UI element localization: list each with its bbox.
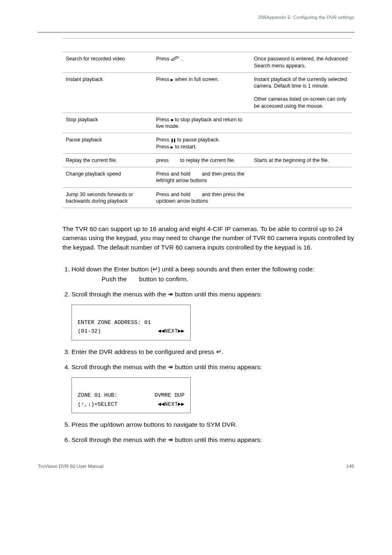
step-item: Scroll through the menus with the ↠ butt… (71, 289, 354, 340)
text: Scroll through the menus with the (71, 363, 168, 370)
footer: TruVision DVR 60 User Manual 145 (38, 464, 354, 469)
text: Push the (71, 275, 129, 282)
cell-task: Jump 30 seconds forwards or backwards du… (62, 187, 153, 208)
text: Hold down the Enter button ( (71, 266, 152, 273)
cell (62, 39, 153, 52)
cell-action: Press . (153, 52, 251, 73)
cell-task: Replay the current file. (62, 153, 153, 167)
table-row: Stop playback Press ■ to stop playback a… (62, 113, 352, 133)
lcd-line: (01-32)◀◀NEXT▶▶ (78, 327, 184, 336)
text: when in full screen. (173, 76, 219, 82)
playback-table: Search for recorded video Press . Once p… (62, 38, 352, 208)
cell-note (251, 167, 352, 188)
lcd-line: (↑,↓)=SELECT◀◀NEXT▶▶ (78, 400, 184, 409)
table-row (62, 39, 352, 52)
text: . (221, 348, 223, 355)
body-paragraph: The TVR 60 can support up to 16 analog a… (62, 224, 354, 252)
cell-task: Change playback speed (62, 167, 153, 188)
footer-page-number: 145 (346, 464, 354, 469)
cell-note: Once password is entered, the Advanced S… (251, 52, 352, 73)
lcd-line: ZONE 01 HUB:DVMRE DUP (78, 391, 184, 400)
enter-icon: ↵ (216, 348, 221, 355)
cell-task: Pause playback (62, 133, 153, 154)
cell-note: Starts at the beginning of the file. (251, 153, 352, 167)
table-row: Change playback speed Press and hold and… (62, 167, 352, 188)
step-item: Hold down the Enter button (↵) until a b… (71, 264, 354, 284)
cell (153, 39, 251, 52)
text: Press (156, 137, 171, 143)
cell-action: Press ▶ when in full screen. (153, 72, 251, 113)
cell-action: Press and hold and then press the up/dow… (153, 187, 251, 208)
next-icon: ↠ (168, 363, 173, 370)
text: Enter the DVR address to be configured a… (71, 348, 216, 355)
cell-action: press to replay the current file. (153, 153, 251, 167)
cell (251, 39, 352, 52)
text: press (156, 157, 170, 163)
text: Scroll through the menus with the (71, 291, 168, 298)
divider-top (38, 32, 354, 32)
text: button until this menu appears: (173, 291, 262, 298)
pause-icon: ❚❚ (171, 138, 175, 142)
table-row: Jump 30 seconds forwards or backwards du… (62, 187, 352, 208)
cell-note (251, 113, 352, 133)
table-row: Replay the current file. press to replay… (62, 153, 352, 167)
table-row: Pause playback Press ❚❚ to pause playbac… (62, 133, 352, 154)
text: button until this menu appears: (173, 363, 262, 370)
enter-icon: ↵ (152, 266, 158, 273)
cell-note (251, 187, 352, 208)
text: (↑,↓)=SELECT (78, 400, 118, 409)
lcd-display: ZONE 01 HUB:DVMRE DUP(↑,↓)=SELECT◀◀NEXT▶… (71, 377, 191, 413)
text: button until this menu appears: (173, 436, 262, 443)
header-right: 20BAppendix E: Configuring the DVR setti… (38, 15, 354, 20)
steps-list: Hold down the Enter button (↵) until a b… (62, 264, 354, 444)
cell-action: Press ■ to stop playback and return to l… (153, 113, 251, 133)
table-row: Search for recorded video Press . Once p… (62, 52, 352, 73)
text: Scroll through the menus with the (71, 436, 168, 443)
lcd-display: ENTER ZONE ADDRESS: 01(01-32)◀◀NEXT▶▶ (71, 305, 191, 340)
text: Press (156, 76, 171, 82)
cell-action: Press and hold and then press the left/r… (153, 167, 251, 188)
svg-line-1 (172, 57, 177, 60)
next-icon: ↠ (168, 291, 173, 298)
cell-action: Press ❚❚ to pause playback. Press ▶ to r… (153, 133, 251, 154)
text: . (181, 56, 182, 62)
cell-note: Instant playback of the currently select… (251, 72, 352, 92)
cell-task: Stop playback (62, 113, 153, 133)
step-item: Scroll through the menus with the ↠ butt… (71, 435, 354, 444)
step-item: Press the up/down arrow buttons to navig… (71, 420, 354, 429)
cell-task: Instant playback (62, 72, 153, 113)
text: DVMRE DUP (154, 391, 184, 400)
text: Press (156, 144, 171, 150)
step-item: Scroll through the menus with the ↠ butt… (71, 362, 354, 413)
cell-note (251, 133, 352, 154)
table-row: Instant playback Press ▶ when in full sc… (62, 72, 352, 92)
cell-note: Other cameras listed on-screen can only … (251, 92, 352, 113)
text: to replay the current file. (179, 157, 235, 163)
text: Press (156, 117, 171, 123)
lcd-line: ENTER ZONE ADDRESS: 01 (78, 318, 184, 327)
next-icon: ↠ (168, 436, 173, 443)
text: (01-32) (78, 327, 101, 336)
text: ZONE 01 HUB: (78, 391, 118, 400)
cell-task: Search for recorded video (62, 52, 153, 73)
text: ◀◀NEXT▶▶ (158, 400, 184, 409)
text: to pause playback. (175, 137, 220, 143)
step-item: Enter the DVR address to be configured a… (71, 347, 354, 356)
text: Press (156, 56, 169, 62)
text: ◀◀NEXT▶▶ (158, 327, 184, 336)
pencil-icon (171, 56, 180, 61)
text: ) until a beep sounds and then enter the… (158, 266, 314, 273)
text: to restart. (173, 144, 196, 150)
footer-left: TruVision DVR 60 User Manual (38, 464, 104, 469)
text: button to confirm. (129, 275, 189, 282)
